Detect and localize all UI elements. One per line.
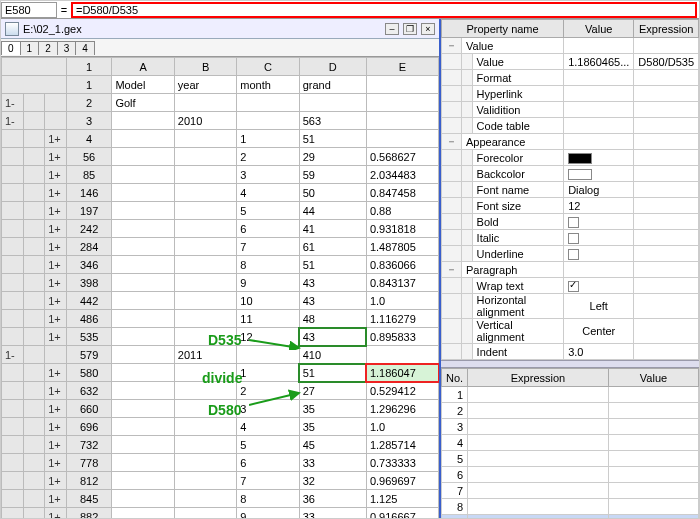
cell[interactable] xyxy=(174,400,236,418)
cell[interactable] xyxy=(174,508,236,519)
color-swatch-black[interactable] xyxy=(568,153,592,164)
cell[interactable]: Golf xyxy=(112,94,174,112)
cell[interactable] xyxy=(112,310,174,328)
cell[interactable]: 6 xyxy=(237,220,299,238)
prop-fontsize-value[interactable]: 12 xyxy=(564,198,634,214)
cell[interactable]: 35 xyxy=(299,418,366,436)
row-header[interactable]: 778 xyxy=(66,454,112,472)
outline-toggle[interactable]: 1+ xyxy=(45,274,67,292)
outline-toggle[interactable]: 1- xyxy=(2,112,24,130)
cell[interactable] xyxy=(366,346,438,364)
checkbox-underline[interactable] xyxy=(568,249,579,260)
cell[interactable] xyxy=(174,256,236,274)
cell[interactable] xyxy=(174,274,236,292)
cell[interactable] xyxy=(112,364,174,382)
outline-toggle[interactable]: 1- xyxy=(2,94,24,112)
cell[interactable]: 410 xyxy=(299,346,366,364)
prop-value[interactable]: 1.1860465... xyxy=(564,54,634,70)
cell[interactable]: 0.843137 xyxy=(366,274,438,292)
cell[interactable] xyxy=(366,94,438,112)
cell[interactable] xyxy=(112,220,174,238)
col-header-e[interactable]: E xyxy=(366,58,438,76)
cell[interactable]: 5 xyxy=(237,436,299,454)
expr-row-expression[interactable] xyxy=(468,387,609,403)
cell[interactable]: 51 xyxy=(299,364,366,382)
cell[interactable]: 10 xyxy=(237,292,299,310)
cell[interactable] xyxy=(174,148,236,166)
cell[interactable]: 1 xyxy=(237,364,299,382)
row-header[interactable]: 535 xyxy=(66,328,112,346)
cell[interactable]: 1.125 xyxy=(366,490,438,508)
row-header[interactable]: 56 xyxy=(66,148,112,166)
cell[interactable]: 51 xyxy=(299,256,366,274)
cell[interactable] xyxy=(112,490,174,508)
row-header[interactable]: 85 xyxy=(66,166,112,184)
prop-header-value[interactable]: Value xyxy=(564,20,634,38)
row-header[interactable]: 346 xyxy=(66,256,112,274)
outline-toggle[interactable]: 1+ xyxy=(45,472,67,490)
prop-header-expr[interactable]: Expression xyxy=(634,20,699,38)
expr-row-no[interactable]: 7 xyxy=(442,483,468,499)
cell[interactable] xyxy=(112,472,174,490)
cell[interactable] xyxy=(112,112,174,130)
cell[interactable] xyxy=(366,112,438,130)
cell[interactable]: 44 xyxy=(299,202,366,220)
outline-toggle[interactable]: 1+ xyxy=(45,148,67,166)
expr-row-value[interactable] xyxy=(609,515,699,519)
cell[interactable] xyxy=(174,490,236,508)
outline-toggle[interactable]: 1+ xyxy=(45,202,67,220)
expr-row-expression[interactable] xyxy=(468,435,609,451)
cell[interactable] xyxy=(112,238,174,256)
expr-header-no[interactable]: No. xyxy=(442,369,468,387)
cell[interactable]: 0.895833 xyxy=(366,328,438,346)
cell[interactable]: 9 xyxy=(237,508,299,519)
cell[interactable] xyxy=(366,76,438,94)
cell[interactable] xyxy=(112,328,174,346)
expr-header-expr[interactable]: Expression xyxy=(468,369,609,387)
cell[interactable] xyxy=(112,148,174,166)
col-header-a[interactable]: A xyxy=(112,58,174,76)
cell[interactable]: 1.116279 xyxy=(366,310,438,328)
expr-header-value[interactable]: Value xyxy=(609,369,699,387)
cell[interactable] xyxy=(112,418,174,436)
cell[interactable]: 1.296296 xyxy=(366,400,438,418)
expr-row-expression[interactable] xyxy=(468,403,609,419)
cell[interactable]: 27 xyxy=(299,382,366,400)
cell[interactable]: 1.285714 xyxy=(366,436,438,454)
formula-input[interactable] xyxy=(71,2,697,18)
cell[interactable]: 0.88 xyxy=(366,202,438,220)
cell[interactable]: grand xyxy=(299,76,366,94)
cell[interactable]: 43 xyxy=(299,328,366,346)
cell[interactable]: 51 xyxy=(299,130,366,148)
cell[interactable] xyxy=(174,166,236,184)
cell[interactable]: 2010 xyxy=(174,112,236,130)
expr-row-value[interactable] xyxy=(609,419,699,435)
cell[interactable] xyxy=(112,346,174,364)
cell[interactable]: 32 xyxy=(299,472,366,490)
outline-toggle[interactable]: 1+ xyxy=(45,328,67,346)
outline-toggle[interactable]: 1+ xyxy=(45,508,67,519)
cell[interactable]: 8 xyxy=(237,256,299,274)
sheet-tab-4[interactable]: 4 xyxy=(75,41,95,55)
cell[interactable] xyxy=(112,130,174,148)
cell[interactable] xyxy=(174,184,236,202)
cell[interactable]: 45 xyxy=(299,436,366,454)
cell[interactable]: 43 xyxy=(299,292,366,310)
cell[interactable]: 0.916667 xyxy=(366,508,438,519)
expr-row-expression[interactable] xyxy=(468,499,609,515)
minimize-button[interactable]: – xyxy=(385,23,399,35)
cell[interactable]: 0.931818 xyxy=(366,220,438,238)
cell[interactable]: 59 xyxy=(299,166,366,184)
cell-reference-input[interactable] xyxy=(1,2,57,18)
col-header-b[interactable]: B xyxy=(174,58,236,76)
cell[interactable] xyxy=(112,454,174,472)
expr-row-no[interactable]: 8 xyxy=(442,499,468,515)
expr-row-value[interactable] xyxy=(609,467,699,483)
cell[interactable] xyxy=(174,436,236,454)
cell[interactable]: 2 xyxy=(237,382,299,400)
outline-toggle[interactable]: 1+ xyxy=(45,454,67,472)
cell[interactable]: 1.0 xyxy=(366,418,438,436)
cell[interactable]: 9 xyxy=(237,274,299,292)
expr-row-no[interactable]: 2 xyxy=(442,403,468,419)
outline-toggle[interactable]: 1+ xyxy=(45,364,67,382)
